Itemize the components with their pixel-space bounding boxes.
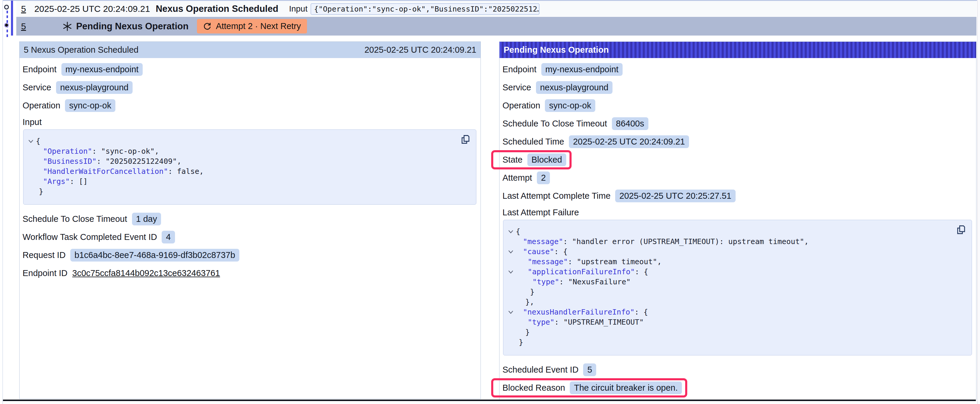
- chevron-down-icon[interactable]: [506, 230, 516, 234]
- json-line: "Operation": "sync-op-ok",: [26, 146, 458, 156]
- field-label: Last Attempt Failure: [503, 208, 579, 217]
- field-row-operation: Operationsync-op-ok: [503, 97, 973, 115]
- field-row-service: Servicenexus-playground: [503, 79, 973, 97]
- field-label: Last Attempt Complete Time: [503, 191, 611, 201]
- field-label: Operation: [22, 101, 60, 111]
- json-line: },: [506, 297, 954, 307]
- json-line: "HandlerWaitForCancellation": false,: [26, 166, 458, 176]
- field-label: Endpoint: [503, 65, 536, 74]
- copy-button[interactable]: [955, 224, 967, 236]
- json-viewer: {"Operation": "sync-op-ok","BusinessID":…: [23, 130, 476, 205]
- json-line-text: }: [36, 187, 43, 196]
- chevron-down-icon[interactable]: [506, 310, 516, 314]
- chevron-down-icon[interactable]: [26, 139, 36, 143]
- selected-event-accent-bar: [11, 1, 13, 36]
- field-value-pill: 5: [583, 363, 596, 376]
- json-line: "applicationFailureInfo": {: [506, 267, 954, 277]
- event-timestamp: 2025-02-25 UTC 20:24:09.21: [34, 4, 150, 14]
- json-line-text: }: [516, 337, 523, 347]
- field-label: Service: [503, 82, 531, 92]
- field-row-last-attempt-complete-time: Last Attempt Complete Time2025-02-25 UTC…: [503, 187, 973, 205]
- field-row-schedule-to-close-timeout: Schedule To Close Timeout1 day: [22, 210, 477, 228]
- json-line: "type": "NexusFailure": [506, 277, 954, 287]
- event-id-link[interactable]: 5: [21, 21, 26, 32]
- field-row-blocked-reason: Blocked ReasonThe circuit breaker is ope…: [503, 379, 973, 397]
- json-line-text: "nexusHandlerFailureInfo": {: [516, 307, 648, 317]
- field-label: State: [503, 155, 523, 165]
- json-line-text: "Operation": "sync-op-ok",: [36, 146, 159, 156]
- field-value-pill: b1c6a4bc-8ee7-468a-9169-df3b02c8737b: [70, 249, 239, 261]
- json-line-text: "HandlerWaitForCancellation": false,: [36, 166, 204, 176]
- field-value-pill: nexus-playground: [536, 81, 613, 94]
- field-label: Input: [22, 117, 42, 127]
- input-label: Input: [289, 4, 307, 14]
- retry-badge-label: Attempt 2 · Next Retry: [216, 21, 301, 31]
- json-line-text: {: [516, 227, 520, 237]
- retry-badge: Attempt 2 · Next Retry: [197, 19, 307, 33]
- pending-operation-panel: Pending Nexus Operation Endpointmy-nexus…: [499, 41, 977, 401]
- pending-event-title: Pending Nexus Operation: [76, 21, 189, 32]
- field-value-pill: 86400s: [612, 117, 648, 130]
- json-line-text: "type": "UPSTREAM_TIMEOUT": [516, 317, 644, 327]
- field-label: Endpoint ID: [22, 268, 68, 278]
- field-label: Operation: [503, 101, 540, 111]
- json-line: {: [506, 227, 954, 237]
- field-row-service: Servicenexus-playground: [22, 79, 477, 97]
- field-value-pill: 2: [537, 171, 550, 184]
- pending-panel-body: Endpointmy-nexus-endpointServicenexus-pl…: [500, 58, 976, 397]
- json-line: "type": "UPSTREAM_TIMEOUT": [506, 317, 954, 327]
- json-line-text: "applicationFailureInfo": {: [516, 267, 648, 277]
- json-line: "cause": {: [506, 247, 954, 257]
- json-line-text: "message": "upstream timeout",: [516, 257, 662, 267]
- field-row-endpoint: Endpointmy-nexus-endpoint: [503, 60, 973, 79]
- scheduled-panel-header: 5 Nexus Operation Scheduled 2025-02-25 U…: [19, 42, 480, 58]
- pending-panel-header: Pending Nexus Operation: [500, 42, 976, 58]
- frame-left-border: [2, 0, 3, 404]
- field-label: Request ID: [22, 250, 65, 260]
- scheduled-panel-timestamp: 2025-02-25 UTC 20:24:09.21: [364, 45, 476, 55]
- field-label: Schedule To Close Timeout: [22, 214, 127, 224]
- pending-panel-title: Pending Nexus Operation: [504, 45, 609, 55]
- field-value-pill: nexus-playground: [56, 81, 133, 94]
- field-row-endpoint: Endpointmy-nexus-endpoint: [22, 60, 477, 79]
- json-line-text: }: [516, 287, 535, 297]
- field-value-pill: my-nexus-endpoint: [61, 63, 143, 76]
- chevron-down-icon[interactable]: [506, 270, 516, 274]
- field-label: Blocked Reason: [503, 383, 565, 393]
- json-line-text: },: [516, 297, 534, 307]
- json-line-text: {: [36, 136, 40, 146]
- json-line-text: "BusinessID": "20250225122409",: [36, 156, 181, 166]
- section-bottom-divider: [3, 399, 976, 401]
- field-value-link[interactable]: 3c0c75ccfa8144b092c13ce632463761: [72, 268, 220, 278]
- json-line: "BusinessID": "20250225122409",: [26, 156, 458, 166]
- history-row-scheduled[interactable]: 5 2025-02-25 UTC 20:24:09.21 Nexus Opera…: [16, 1, 977, 17]
- annotation-highlight-box: Blocked ReasonThe circuit breaker is ope…: [503, 382, 682, 394]
- json-line: "message": "upstream timeout",: [506, 257, 954, 267]
- event-title: Nexus Operation Scheduled: [156, 3, 278, 14]
- copy-button[interactable]: [460, 134, 471, 146]
- retry-icon: [203, 22, 212, 31]
- history-row-pending[interactable]: 5 Pending Nexus Operation Attempt 2 · Ne…: [16, 17, 977, 36]
- field-value-pill: sync-op-ok: [65, 99, 115, 112]
- nexus-asterisk-icon: [62, 21, 72, 32]
- field-row-workflow-task-completed-event-id: Workflow Task Completed Event ID4: [22, 228, 477, 246]
- field-label: Attempt: [503, 173, 532, 183]
- field-row-request-id: Request IDb1c6a4bc-8ee7-468a-9169-df3b02…: [22, 246, 477, 264]
- field-row-attempt: Attempt2: [503, 169, 973, 187]
- json-line-text: "cause": {: [516, 247, 568, 257]
- field-row-endpoint-id: Endpoint ID3c0c75ccfa8144b092c13ce632463…: [22, 264, 477, 282]
- scheduled-event-panel: 5 Nexus Operation Scheduled 2025-02-25 U…: [19, 41, 481, 399]
- field-label: Workflow Task Completed Event ID: [22, 232, 157, 242]
- json-line: }: [506, 287, 954, 297]
- vertical-scrollbar[interactable]: [977, 0, 980, 404]
- json-line-text: }: [516, 327, 530, 337]
- json-line-text: "Args": []: [36, 176, 88, 187]
- chevron-down-icon[interactable]: [506, 250, 516, 254]
- json-line-text: "message": "handler error (UPSTREAM_TIME…: [516, 237, 808, 247]
- field-value-pill: The circuit breaker is open.: [570, 382, 682, 394]
- timeline-current-dot-icon: [4, 23, 9, 27]
- field-value-pill: 1 day: [132, 213, 161, 225]
- annotation-highlight-box: StateBlocked: [503, 154, 566, 166]
- json-line: }: [26, 187, 458, 196]
- event-id-link[interactable]: 5: [21, 4, 26, 14]
